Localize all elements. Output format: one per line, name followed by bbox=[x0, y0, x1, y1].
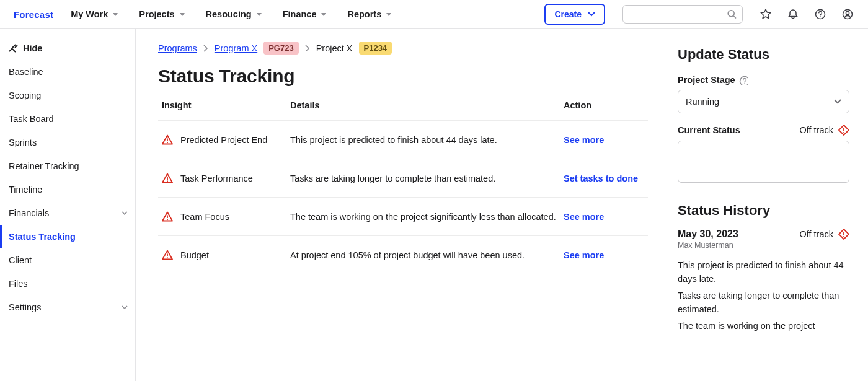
nav-projects[interactable]: Projects bbox=[139, 9, 184, 19]
sidebar-item-task-board[interactable]: Task Board bbox=[0, 107, 135, 131]
nav-label: My Work bbox=[71, 9, 108, 19]
insight-name: Budget bbox=[180, 250, 209, 260]
chevron-down-icon bbox=[834, 99, 841, 104]
th-details: Details bbox=[290, 100, 564, 110]
sidebar: Hide Baseline Scoping Task Board Sprints… bbox=[0, 29, 136, 381]
sidebar-item-label: Baseline bbox=[9, 67, 43, 77]
nav-label: Finance bbox=[283, 9, 317, 19]
search-input[interactable] bbox=[622, 5, 743, 24]
account-icon[interactable] bbox=[842, 9, 853, 20]
page-title: Status Tracking bbox=[158, 66, 648, 87]
breadcrumb: Programs Program X PG723 Project X P1234 bbox=[158, 42, 648, 55]
help-icon[interactable] bbox=[815, 9, 826, 20]
sidebar-item-settings[interactable]: Settings bbox=[0, 296, 135, 319]
top-nav: Forecast My Work Projects Resoucing Fina… bbox=[0, 0, 868, 29]
insight-name: Predicted Project End bbox=[180, 135, 267, 145]
sidebar-item-label: Retainer Tracking bbox=[9, 161, 79, 171]
create-button[interactable]: Create bbox=[544, 4, 605, 25]
current-status-label: Current Status bbox=[678, 125, 740, 135]
status-badge-text: Off track bbox=[799, 229, 833, 239]
favorite-icon[interactable] bbox=[760, 9, 771, 20]
brand-logo[interactable]: Forecast bbox=[14, 9, 53, 20]
sidebar-item-client[interactable]: Client bbox=[0, 248, 135, 272]
sidebar-item-label: Task Board bbox=[9, 114, 54, 124]
collapse-icon bbox=[9, 44, 18, 53]
select-value: Running bbox=[686, 97, 719, 107]
insight-name: Task Performance bbox=[180, 173, 253, 183]
sidebar-item-files[interactable]: Files bbox=[0, 272, 135, 296]
nav-my-work[interactable]: My Work bbox=[71, 9, 118, 19]
caret-down-icon bbox=[321, 13, 326, 16]
insight-action-link[interactable]: Set tasks to done bbox=[564, 173, 638, 183]
project-code-badge: P1234 bbox=[359, 42, 392, 55]
nav-label: Resoucing bbox=[206, 9, 252, 19]
off-track-icon bbox=[838, 125, 849, 136]
history-line: The team is working on the project bbox=[678, 319, 849, 333]
insights-header: Insight Details Action bbox=[158, 100, 648, 121]
sidebar-item-label: Financials bbox=[9, 208, 49, 218]
history-line: Tasks are taking longer to complete than… bbox=[678, 289, 849, 317]
history-body: This project is predicted to finish abou… bbox=[678, 258, 849, 333]
nav-reports[interactable]: Reports bbox=[347, 9, 391, 19]
nav-resourcing[interactable]: Resoucing bbox=[206, 9, 262, 19]
th-insight: Insight bbox=[162, 100, 290, 110]
warning-icon bbox=[162, 250, 173, 260]
sidebar-item-scoping[interactable]: Scoping bbox=[0, 84, 135, 107]
sidebar-item-status-tracking[interactable]: Status Tracking bbox=[0, 225, 135, 248]
chevron-down-icon bbox=[122, 211, 128, 215]
caret-down-icon bbox=[588, 12, 595, 17]
chevron-right-icon bbox=[203, 45, 208, 52]
breadcrumb-programs[interactable]: Programs bbox=[158, 43, 197, 53]
caret-down-icon bbox=[386, 13, 391, 16]
warning-icon bbox=[162, 211, 173, 222]
status-textarea[interactable] bbox=[678, 141, 849, 183]
main: Programs Program X PG723 Project X P1234… bbox=[136, 29, 868, 381]
sidebar-item-baseline[interactable]: Baseline bbox=[0, 60, 135, 84]
sidebar-item-financials[interactable]: Financials bbox=[0, 201, 135, 225]
sidebar-item-label: Client bbox=[9, 255, 32, 265]
breadcrumb-program-x[interactable]: Program X bbox=[215, 43, 257, 53]
nav-finance[interactable]: Finance bbox=[283, 9, 327, 19]
insight-action-link[interactable]: See more bbox=[564, 135, 604, 145]
sidebar-item-sprints[interactable]: Sprints bbox=[0, 131, 135, 154]
create-label: Create bbox=[554, 9, 582, 19]
insight-details: At project end 105% of project budget wi… bbox=[290, 250, 564, 260]
program-code-badge: PG723 bbox=[264, 42, 298, 55]
notifications-icon[interactable] bbox=[787, 9, 799, 20]
history-status-badge: Off track bbox=[799, 229, 849, 240]
warning-icon bbox=[162, 173, 173, 183]
nav-label: Projects bbox=[139, 9, 174, 19]
insight-action-link[interactable]: See more bbox=[564, 212, 604, 222]
sidebar-item-label: Settings bbox=[9, 302, 41, 312]
history-head: May 30, 2023 Off track bbox=[678, 229, 849, 240]
insight-row: Budget At project end 105% of project bu… bbox=[158, 236, 648, 274]
insight-name: Team Focus bbox=[180, 212, 229, 222]
insight-details: The team is working on the project signi… bbox=[290, 212, 564, 222]
top-icons bbox=[760, 9, 853, 20]
sidebar-hide[interactable]: Hide bbox=[0, 37, 135, 60]
insight-details: Tasks are taking longer to complete than… bbox=[290, 173, 564, 183]
sidebar-item-label: Sprints bbox=[9, 138, 37, 147]
right-column: Update Status Project Stage Running Curr… bbox=[678, 42, 849, 369]
sidebar-item-timeline[interactable]: Timeline bbox=[0, 178, 135, 201]
current-status-row: Current Status Off track bbox=[678, 125, 849, 136]
insight-row: Team Focus The team is working on the pr… bbox=[158, 198, 648, 236]
project-stage-label: Project Stage bbox=[678, 75, 849, 85]
history-date: May 30, 2023 bbox=[678, 229, 738, 240]
history-line: This project is predicted to finish abou… bbox=[678, 258, 849, 286]
status-badge-text: Off track bbox=[799, 125, 833, 135]
info-icon[interactable] bbox=[739, 76, 748, 85]
sidebar-item-retainer-tracking[interactable]: Retainer Tracking bbox=[0, 154, 135, 178]
project-stage-select[interactable]: Running bbox=[678, 90, 849, 113]
insight-action-link[interactable]: See more bbox=[564, 250, 604, 260]
insight-row: Predicted Project End This project is pr… bbox=[158, 121, 648, 159]
sidebar-item-label: Status Tracking bbox=[9, 232, 76, 242]
search-field bbox=[622, 5, 743, 24]
th-action: Action bbox=[564, 100, 644, 110]
nav-label: Reports bbox=[347, 9, 381, 19]
left-column: Programs Program X PG723 Project X P1234… bbox=[158, 42, 648, 369]
status-badge: Off track bbox=[799, 125, 849, 136]
sidebar-item-label: Scoping bbox=[9, 90, 41, 100]
sidebar-item-label: Timeline bbox=[9, 185, 42, 195]
status-history-title: Status History bbox=[678, 203, 849, 219]
